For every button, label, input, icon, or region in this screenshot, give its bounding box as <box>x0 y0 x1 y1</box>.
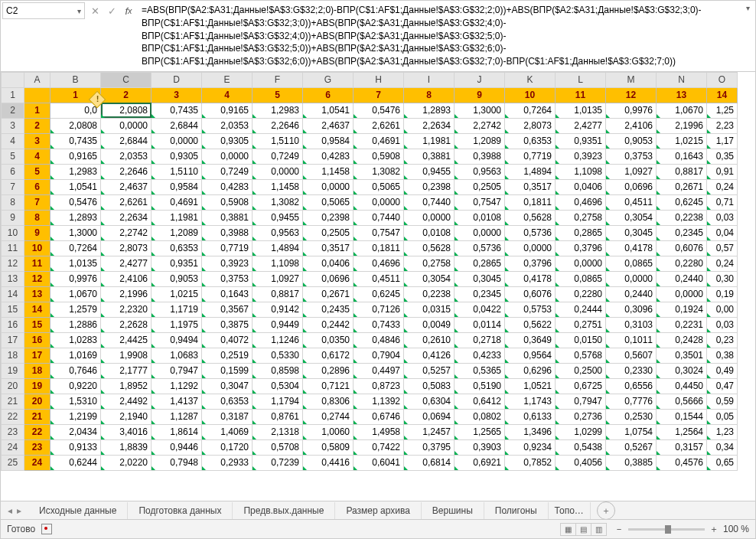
row-label[interactable]: 4 <box>24 149 51 164</box>
zoom-in-icon[interactable]: ＋ <box>709 523 719 536</box>
cell[interactable]: 0,1643 <box>202 286 253 302</box>
cell[interactable]: 0,9584 <box>152 179 202 194</box>
cell[interactable]: 1,1743 <box>505 394 556 409</box>
cell[interactable]: 0,9564 <box>505 348 556 363</box>
row-header-12[interactable]: 12 <box>2 256 24 271</box>
cell[interactable]: 0,0000 <box>404 210 455 225</box>
cell[interactable]: 0,3187 <box>202 409 253 424</box>
cell[interactable]: 0,7239 <box>253 455 303 470</box>
cell[interactable]: 0,2505 <box>455 179 505 194</box>
cell[interactable]: 0,2280 <box>657 256 707 271</box>
cell[interactable]: 0,2519 <box>202 348 253 363</box>
cell[interactable]: 0,0108 <box>455 210 505 225</box>
cell[interactable]: 0,65 <box>707 455 738 470</box>
cell[interactable]: 0,6076 <box>505 286 556 302</box>
cell[interactable]: 0,2330 <box>606 363 657 378</box>
row-header-23[interactable]: 23 <box>2 424 24 439</box>
row-header-14[interactable]: 14 <box>2 286 24 302</box>
worksheet[interactable]: ! ABCDEFGHIJKLMNO11234567891011121314210… <box>1 72 755 490</box>
row-label[interactable]: 3 <box>24 133 51 149</box>
cell[interactable]: 1,2564 <box>657 424 707 439</box>
cell[interactable]: 0,2238 <box>657 210 707 225</box>
cell[interactable]: 0,3501 <box>657 348 707 363</box>
cell[interactable]: 2,6261 <box>101 194 152 210</box>
cell[interactable]: 0,5190 <box>455 378 505 394</box>
cell[interactable]: 1,2893 <box>404 103 455 118</box>
row-header-24[interactable]: 24 <box>2 439 24 455</box>
macro-record-icon[interactable] <box>41 524 52 534</box>
cell[interactable]: 0,9584 <box>303 133 354 149</box>
cell[interactable]: 1,1287 <box>152 409 202 424</box>
cell[interactable]: 1,4894 <box>253 240 303 256</box>
cell[interactable]: 0,0865 <box>606 256 657 271</box>
cell[interactable]: 0,0000 <box>455 225 505 240</box>
cell[interactable]: 0,6296 <box>505 363 556 378</box>
row-label[interactable]: 22 <box>24 424 51 439</box>
cell[interactable]: 0,03 <box>707 317 738 332</box>
cell[interactable]: 0,2736 <box>556 409 606 424</box>
cell[interactable]: 1,0135 <box>556 103 606 118</box>
cell[interactable]: 1,1392 <box>354 394 404 409</box>
cell[interactable]: 1,2199 <box>51 409 101 424</box>
cell[interactable]: 1,3496 <box>505 424 556 439</box>
formula-input[interactable]: =ABS(ВПР($A2:$A31;Данные!$A$3:G$32;2;0)-… <box>137 1 740 71</box>
cell[interactable]: 0,5083 <box>404 378 455 394</box>
cell[interactable]: 0,6814 <box>404 455 455 470</box>
cell[interactable]: 0,5476 <box>354 103 404 118</box>
cell[interactable]: 2,1940 <box>101 409 152 424</box>
cell[interactable]: 0,2238 <box>404 286 455 302</box>
cell[interactable]: 0,6353 <box>202 394 253 409</box>
cell[interactable]: 1,23 <box>707 424 738 439</box>
cell[interactable]: 2,8073 <box>505 118 556 133</box>
cell[interactable]: 0,47 <box>707 378 738 394</box>
cell[interactable]: 0,9449 <box>253 317 303 332</box>
cell[interactable]: 0,5809 <box>303 439 354 455</box>
cell[interactable]: 0,6353 <box>505 133 556 149</box>
cell[interactable]: 0,3988 <box>455 149 505 164</box>
cell[interactable]: 0,0000 <box>303 179 354 194</box>
view-switcher[interactable]: ▦▤▥ <box>561 524 607 534</box>
cell[interactable]: 0,6245 <box>657 194 707 210</box>
cell[interactable]: 0,0000 <box>152 133 202 149</box>
row-label[interactable]: 7 <box>24 194 51 210</box>
cell[interactable]: 2,4425 <box>101 332 152 348</box>
cell[interactable]: 0,3096 <box>606 302 657 317</box>
cell[interactable]: 0,7852 <box>505 455 556 470</box>
cell[interactable]: 2,2646 <box>253 118 303 133</box>
cell[interactable]: 0,0150 <box>556 332 606 348</box>
cell[interactable]: 1,4137 <box>152 394 202 409</box>
cell[interactable]: 0,3923 <box>556 149 606 164</box>
header-cell[interactable]: 12 <box>606 87 657 103</box>
cell[interactable]: 0,2440 <box>657 271 707 286</box>
cell[interactable]: 1,0215 <box>152 286 202 302</box>
zoom-control[interactable]: － ＋ 100 % <box>614 523 749 536</box>
cell[interactable]: 0,5257 <box>404 363 455 378</box>
cell[interactable]: 0,19 <box>707 286 738 302</box>
cell[interactable]: 0,1599 <box>202 363 253 378</box>
cell[interactable]: 0,9305 <box>152 149 202 164</box>
cell[interactable]: 0,3045 <box>455 271 505 286</box>
cell[interactable]: 0,0696 <box>303 271 354 286</box>
cell[interactable]: 0,5365 <box>455 363 505 378</box>
cell[interactable]: 0,2610 <box>404 332 455 348</box>
cell[interactable]: 0,5065 <box>303 194 354 210</box>
cell[interactable]: 0,2751 <box>556 317 606 332</box>
cell[interactable]: 0,0000 <box>253 164 303 179</box>
row-label[interactable]: 9 <box>24 225 51 240</box>
sheet-tab[interactable]: Подготовка данных <box>128 502 233 519</box>
cell[interactable]: 0,2671 <box>303 286 354 302</box>
row-label[interactable]: 20 <box>24 394 51 409</box>
cell[interactable]: 0,1720 <box>202 439 253 455</box>
cell[interactable]: 0,5708 <box>253 439 303 455</box>
cell[interactable]: 0,3881 <box>404 149 455 164</box>
cell[interactable]: 0,7947 <box>152 363 202 378</box>
namebox-dropdown-icon[interactable]: ▾ <box>77 7 81 15</box>
cell[interactable]: 1,2886 <box>51 317 101 332</box>
cell[interactable]: 0,1643 <box>657 149 707 164</box>
cell[interactable]: 0,2530 <box>606 409 657 424</box>
cell[interactable]: 1,2457 <box>404 424 455 439</box>
cell[interactable]: 0,0406 <box>303 256 354 271</box>
cell[interactable]: 0,2744 <box>303 409 354 424</box>
cell[interactable]: 0,4178 <box>606 240 657 256</box>
cell[interactable]: 0,4691 <box>152 194 202 210</box>
